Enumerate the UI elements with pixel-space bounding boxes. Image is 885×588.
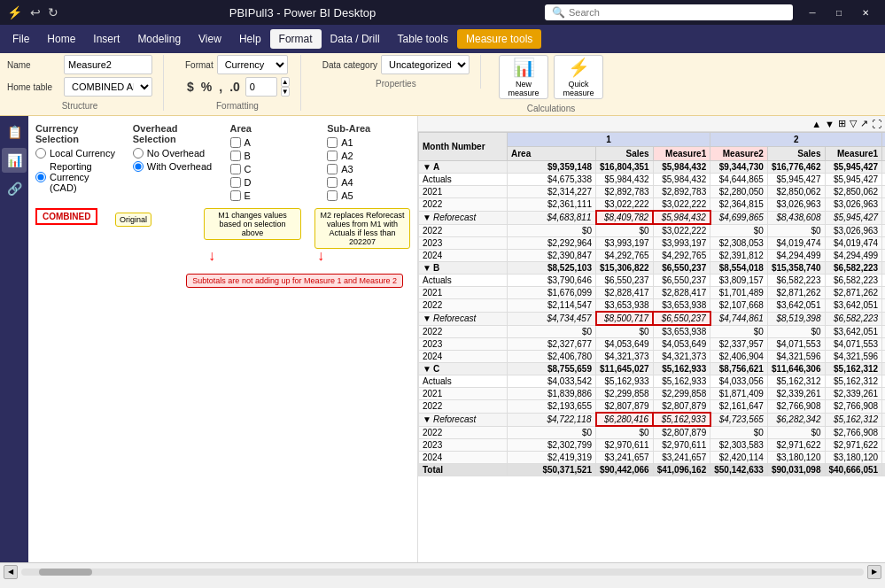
area-cell: ▼ A [419, 161, 508, 174]
title-bar-left: ⚡ ↩ ↻ [7, 5, 60, 19]
menu-home[interactable]: Home [38, 29, 84, 49]
data-cell: $8,898,298 [882, 262, 885, 275]
local-currency-option[interactable]: Local Currency [35, 148, 119, 159]
decimal-input[interactable] [245, 77, 277, 97]
data-cell: $1,701,489 [710, 287, 768, 299]
subarea-a2-option[interactable]: A2 [327, 151, 410, 161]
search-icon: 🔍 [552, 6, 565, 19]
fullscreen-icon[interactable]: ⛶ [872, 119, 881, 129]
menu-help[interactable]: Help [230, 29, 270, 49]
sort-down-icon[interactable]: ▼ [825, 119, 835, 129]
redo-icon[interactable]: ↻ [46, 5, 60, 19]
report-icon[interactable]: 📋 [2, 120, 27, 144]
data-cell: $3,022,222 [653, 224, 710, 237]
scroll-track[interactable] [21, 569, 864, 576]
month-3-header: 3 [882, 133, 885, 147]
filter-icon[interactable]: ▽ [850, 118, 857, 129]
menu-format[interactable]: Format [270, 29, 322, 49]
decimal-symbol[interactable]: .0 [228, 80, 242, 94]
menu-insert[interactable]: Insert [84, 29, 128, 49]
subarea-a5-checkbox[interactable] [327, 190, 338, 201]
data-cell: $2,892,783 [653, 186, 710, 198]
data-cell: $2,828,417 [653, 287, 710, 299]
close-button[interactable]: ✕ [853, 4, 878, 21]
dollar-symbol[interactable]: $ [185, 80, 196, 94]
scroll-thumb[interactable] [39, 569, 92, 576]
area-cell: 2021 [419, 186, 508, 198]
percent-symbol[interactable]: % [199, 80, 213, 94]
data-category-select[interactable]: Uncategorized [381, 55, 470, 74]
subarea-a4-option[interactable]: A4 [327, 177, 410, 188]
menu-view[interactable]: View [190, 29, 230, 49]
minimize-button[interactable]: ─ [800, 4, 825, 21]
new-measure-button[interactable]: 📊 New measure [499, 55, 548, 99]
subarea-a4-checkbox[interactable] [327, 177, 338, 188]
area-d-option[interactable]: D [230, 177, 314, 188]
subarea-a1-option[interactable]: A1 [327, 137, 410, 148]
name-input[interactable] [64, 55, 152, 74]
data-icon[interactable]: 📊 [2, 148, 27, 173]
data-cell: $4,033,056 [710, 375, 768, 388]
sort-up-icon[interactable]: ▲ [811, 119, 821, 129]
decimal-up-btn[interactable]: ▲ [281, 77, 290, 87]
with-overhead-radio[interactable] [133, 161, 144, 172]
data-area[interactable]: ▲ ▼ ⊞ ▽ ↗ ⛶ Month Number 1 2 3 4 5 Area … [418, 116, 885, 562]
maximize-button[interactable]: □ [827, 4, 851, 21]
menu-modeling[interactable]: Modeling [128, 29, 190, 49]
menu-file[interactable]: File [4, 29, 38, 49]
format-select[interactable]: Currency [217, 55, 288, 74]
no-overhead-radio[interactable] [133, 148, 144, 159]
currency-title: Currency Selection [35, 123, 119, 144]
model-icon[interactable]: 🔗 [2, 176, 27, 201]
no-overhead-option[interactable]: No Overhead [133, 148, 216, 159]
home-table-select[interactable]: COMBINED ALL FI... [64, 77, 152, 97]
local-currency-radio[interactable] [35, 148, 46, 159]
subarea-a5-option[interactable]: A5 [327, 190, 410, 201]
area-a-option[interactable]: A [230, 137, 314, 148]
data-cell: $5,984,432 [596, 174, 654, 186]
scroll-left-btn[interactable]: ◀ [4, 565, 18, 579]
undo-icon[interactable]: ↩ [28, 5, 43, 19]
menu-measure-tools[interactable]: Measure tools [457, 29, 541, 49]
data-cell: $2,339,261 [825, 388, 882, 400]
area-c-checkbox[interactable] [230, 164, 241, 174]
subarea-a3-option[interactable]: A3 [327, 164, 410, 174]
menu-data-drill[interactable]: Data / Drill [322, 29, 389, 49]
data-cell: $6,582,223 [825, 312, 882, 325]
export-icon[interactable]: ↗ [860, 118, 868, 129]
data-cell: $1,676,099 [508, 287, 596, 299]
area-b-option[interactable]: B [230, 151, 314, 161]
group-icon[interactable]: ⊞ [838, 118, 846, 129]
search-input[interactable] [569, 7, 728, 18]
table-row: 2021$2,314,227$2,892,783$2,892,783$2,280… [419, 186, 886, 198]
area-e-option[interactable]: E [230, 190, 314, 201]
month-header-row: Month Number 1 2 3 4 5 [419, 133, 886, 147]
data-cell: $4,321,373 [653, 351, 710, 363]
area-a-checkbox[interactable] [230, 137, 241, 148]
subarea-a3-checkbox[interactable] [327, 164, 338, 174]
with-overhead-option[interactable]: With Overhead [133, 161, 216, 172]
comma-symbol[interactable]: , [217, 80, 224, 94]
area-e-checkbox[interactable] [230, 190, 241, 201]
area-d-checkbox[interactable] [230, 177, 241, 188]
table-row: ▼ Reforecast$4,722,118$6,280,416$5,162,9… [419, 413, 886, 426]
data-table: Month Number 1 2 3 4 5 Area Sales Measur… [418, 132, 885, 476]
data-cell: $15,306,822 [596, 262, 654, 275]
subarea-a2-checkbox[interactable] [327, 151, 338, 161]
data-cell: $3,022,222 [596, 198, 654, 212]
data-cell: $2,260,595 [882, 299, 885, 313]
reporting-currency-option[interactable]: Reporting Currency (CAD) [35, 161, 119, 193]
search-bar[interactable]: 🔍 [545, 4, 793, 20]
area-b-checkbox[interactable] [230, 151, 241, 161]
decimal-down-btn[interactable]: ▼ [281, 87, 290, 97]
area-c-option[interactable]: C [230, 164, 314, 174]
scroll-right-btn[interactable]: ▶ [867, 565, 881, 579]
area-cell: 2021 [419, 388, 508, 400]
data-cell: $6,280,416 [596, 413, 654, 426]
data-cell: $4,744,861 [710, 312, 768, 325]
menu-table-tools[interactable]: Table tools [389, 29, 457, 49]
data-cell: $2,971,622 [767, 439, 825, 452]
quick-measure-button[interactable]: ⚡ Quick measure [554, 55, 603, 99]
subarea-a1-checkbox[interactable] [327, 137, 338, 148]
reporting-currency-radio[interactable] [35, 172, 46, 182]
